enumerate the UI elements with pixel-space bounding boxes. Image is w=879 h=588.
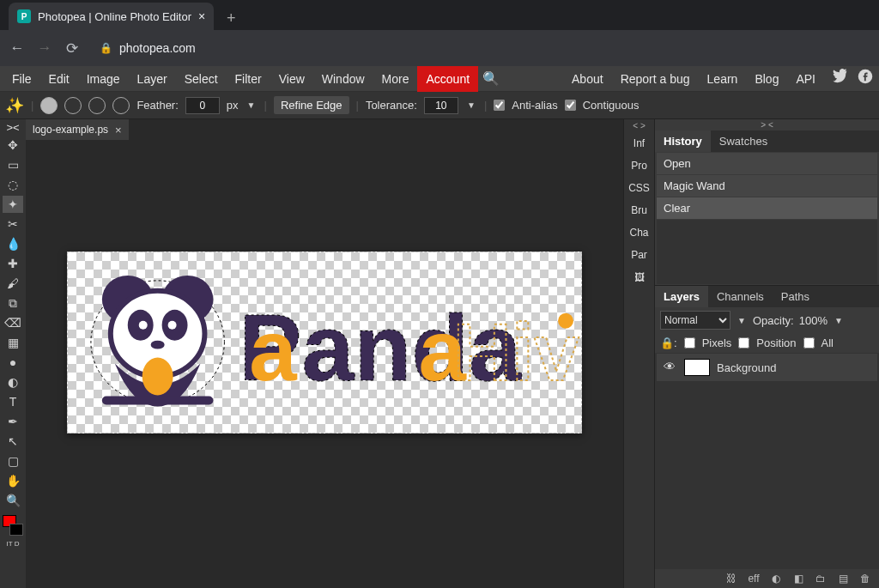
shape-tool[interactable]: ▢ [3, 452, 23, 470]
color-swatches[interactable] [3, 515, 23, 536]
eyedropper-tool[interactable]: 💧 [3, 235, 23, 252]
mini-brush[interactable]: Bru [624, 199, 655, 221]
new-tab-button[interactable]: + [219, 6, 243, 30]
mini-character[interactable]: Cha [624, 221, 655, 244]
opacity-value[interactable]: 100% [799, 314, 827, 327]
lock-all-checkbox[interactable] [803, 337, 815, 349]
contiguous-checkbox[interactable] [565, 100, 576, 111]
tolerance-input[interactable] [424, 97, 458, 114]
background-color[interactable] [9, 524, 23, 536]
delete-layer-icon[interactable]: 🗑 [858, 573, 872, 585]
crop-tool[interactable]: ✂ [3, 215, 23, 233]
magic-wand-tool[interactable]: ✦ [3, 196, 23, 213]
twitter-icon[interactable] [829, 69, 850, 88]
close-icon[interactable]: × [198, 9, 205, 23]
pen-tool[interactable]: ✒ [3, 413, 23, 430]
healing-tool[interactable]: ✚ [3, 255, 23, 272]
url-field[interactable]: 🔒 photopea.com [100, 41, 196, 55]
new-layer-icon[interactable]: ▤ [836, 573, 850, 585]
facebook-icon[interactable] [855, 69, 876, 88]
layer-name[interactable]: Background [717, 361, 776, 374]
adjustment-layer-icon[interactable]: ◐ [769, 573, 783, 585]
close-document-icon[interactable]: × [115, 124, 122, 136]
tab-layers[interactable]: Layers [655, 286, 708, 307]
mini-panel-handle[interactable]: < > [633, 119, 645, 132]
blur-tool[interactable]: ● [3, 354, 23, 371]
zoom-tool[interactable]: 🔍 [3, 492, 23, 509]
menu-report[interactable]: Report a bug [612, 66, 699, 92]
history-item-open[interactable]: Open [657, 153, 877, 174]
svg-point-8 [168, 321, 177, 330]
menu-filter[interactable]: Filter [227, 66, 270, 92]
selection-add-icon[interactable] [64, 97, 82, 114]
selection-new-icon[interactable] [40, 97, 58, 114]
selection-subtract-icon[interactable] [88, 97, 106, 114]
magic-wand-icon[interactable]: ✨ [5, 96, 24, 115]
reload-button[interactable]: ⟳ [64, 39, 81, 58]
new-folder-icon[interactable]: 🗀 [814, 573, 827, 585]
lock-position-checkbox[interactable] [738, 337, 749, 349]
link-layers-icon[interactable]: ⛓ [724, 573, 738, 585]
feather-input[interactable] [185, 97, 220, 114]
contiguous-label: Contiguous [583, 99, 640, 112]
document-tab[interactable]: logo-example.ps × [26, 119, 129, 140]
toolbox-handle[interactable]: >< [6, 121, 19, 134]
eraser-tool[interactable]: ⌫ [3, 314, 23, 331]
menu-blog[interactable]: Blog [746, 66, 787, 92]
mini-info[interactable]: Inf [624, 132, 655, 155]
menu-layer[interactable]: Layer [129, 66, 176, 92]
lock-pixels-checkbox[interactable] [684, 337, 695, 349]
feather-dropdown[interactable]: ▼ [246, 100, 258, 112]
menu-account[interactable]: Account [417, 66, 478, 92]
menu-select[interactable]: Select [176, 66, 227, 92]
search-icon[interactable]: 🔍 [478, 70, 504, 87]
menu-api[interactable]: API [787, 66, 824, 92]
blend-mode-select[interactable]: Normal [660, 311, 730, 330]
marquee-tool[interactable]: ▭ [3, 156, 23, 173]
menu-window[interactable]: Window [313, 66, 373, 92]
menu-about[interactable]: About [563, 66, 612, 92]
lasso-tool[interactable]: ◌ [3, 176, 23, 193]
refine-edge-button[interactable]: Refine Edge [274, 96, 349, 114]
type-tool[interactable]: T [3, 393, 23, 410]
path-select-tool[interactable]: ↖ [3, 433, 23, 450]
move-tool[interactable]: ✥ [3, 136, 23, 154]
tab-channels[interactable]: Channels [708, 286, 773, 307]
gradient-tool[interactable]: ▦ [3, 334, 23, 351]
mini-css[interactable]: CSS [624, 177, 655, 199]
visibility-icon[interactable]: 👁 [662, 360, 677, 375]
tolerance-dropdown[interactable]: ▼ [465, 100, 477, 112]
menu-learn[interactable]: Learn [699, 66, 747, 92]
mini-paragraph[interactable]: Par [624, 244, 655, 266]
layer-mask-icon[interactable]: ◧ [791, 573, 805, 585]
antialias-checkbox[interactable] [494, 100, 505, 111]
mini-properties[interactable]: Pro [624, 155, 655, 177]
dodge-tool[interactable]: ◐ [3, 373, 23, 391]
canvas-viewport[interactable]: Panda a a Hive [26, 140, 623, 588]
forward-button[interactable]: → [36, 39, 53, 57]
history-item-magic-wand[interactable]: Magic Wand [657, 175, 877, 197]
panel-handle[interactable]: > < [655, 119, 879, 130]
blend-dropdown-icon[interactable]: ▼ [736, 314, 748, 326]
menu-image[interactable]: Image [78, 66, 129, 92]
history-item-clear[interactable]: Clear [657, 197, 877, 219]
tab-history[interactable]: History [655, 130, 711, 152]
hand-tool[interactable]: ✋ [3, 472, 23, 489]
menu-edit[interactable]: Edit [40, 66, 78, 92]
tab-swatches[interactable]: Swatches [711, 130, 776, 152]
canvas[interactable]: Panda a a Hive [67, 252, 582, 433]
brush-tool[interactable]: 🖌 [3, 275, 23, 292]
layer-thumbnail[interactable] [684, 359, 710, 376]
menu-view[interactable]: View [270, 66, 313, 92]
back-button[interactable]: ← [9, 39, 26, 57]
menu-file[interactable]: File [3, 66, 40, 92]
stamp-tool[interactable]: ⧉ [3, 294, 23, 312]
opacity-dropdown-icon[interactable]: ▼ [833, 314, 845, 326]
mini-image-icon[interactable]: 🖼 [624, 266, 655, 288]
layer-row[interactable]: 👁 Background [657, 354, 877, 381]
tab-paths[interactable]: Paths [773, 286, 818, 307]
layer-effects-button[interactable]: eff [747, 573, 761, 585]
selection-intersect-icon[interactable] [112, 97, 130, 114]
menu-more[interactable]: More [373, 66, 418, 92]
browser-tab[interactable]: P Photopea | Online Photo Editor × [9, 3, 214, 30]
